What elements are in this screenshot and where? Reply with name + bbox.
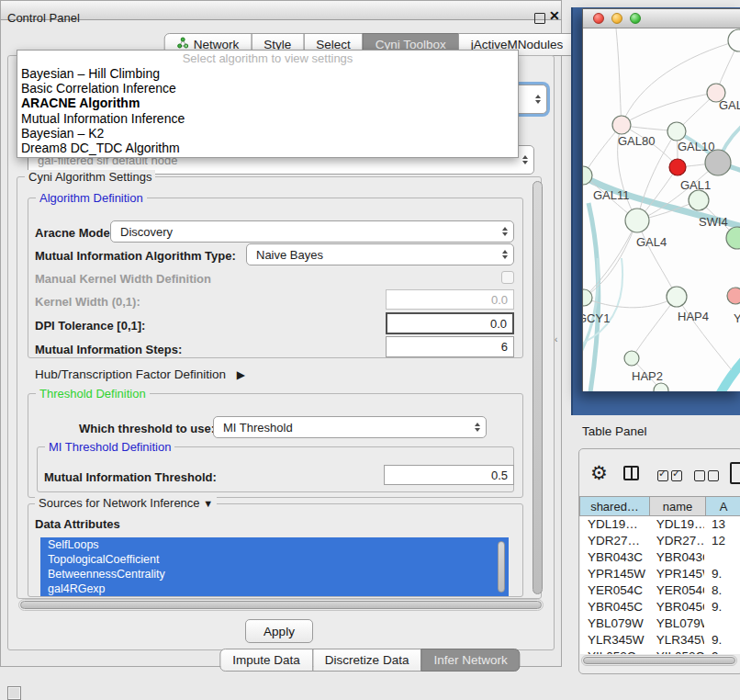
- column-header-a[interactable]: A: [705, 496, 740, 516]
- node-swi4[interactable]: [726, 227, 740, 249]
- select-all-icon[interactable]: [657, 470, 682, 481]
- table-cell[interactable]: YPR145W: [580, 566, 649, 582]
- table-row[interactable]: YIL052CYIL052C9.: [580, 649, 740, 654]
- control-panel-titlebar[interactable]: [0, 0, 562, 20]
- node-hap4[interactable]: [667, 287, 687, 307]
- node-gray[interactable]: [705, 150, 731, 175]
- network-canvas[interactable]: GALGAL80GAL10GAL1GAL11SWI4GAL4GCY1HAP4YH…: [583, 28, 740, 391]
- close-icon[interactable]: ✕: [549, 8, 560, 23]
- table-cell[interactable]: YBR045C: [580, 599, 649, 615]
- dpi-tolerance-input[interactable]: 0.0: [386, 312, 514, 334]
- table-scrollbar-thumb[interactable]: [583, 657, 735, 664]
- data-attributes-list[interactable]: SelfLoopsTopologicalCoefficientBetweenne…: [40, 537, 509, 596]
- table-cell[interactable]: YIL052C: [649, 649, 704, 654]
- aracne-mode-combo[interactable]: Discovery: [110, 220, 514, 243]
- tab-impute-data[interactable]: Impute Data: [219, 649, 313, 672]
- table-cell[interactable]: YDR27…: [649, 533, 704, 549]
- table-cell[interactable]: YBR043C: [580, 549, 649, 566]
- tab-infer-network[interactable]: Infer Network: [420, 649, 520, 672]
- node-red[interactable]: [669, 159, 686, 175]
- table-row[interactable]: YBR043CYBR043C: [580, 549, 740, 566]
- column-header-shared[interactable]: shared…: [579, 496, 650, 516]
- table-cell[interactable]: YBL079W: [649, 615, 704, 632]
- algorithm-option-bayesian-hill-climbing[interactable]: Bayesian – Hill Climbing: [17, 66, 518, 81]
- export-table-icon[interactable]: [730, 462, 740, 484]
- table-row[interactable]: YDL19…YDL19…13: [580, 516, 740, 533]
- node-top-right[interactable]: [728, 29, 740, 51]
- table-row[interactable]: YDR27…YDR27…12: [580, 533, 740, 549]
- table-row[interactable]: YLR345WYLR345W9.: [580, 632, 740, 649]
- dock-panel-icon[interactable]: [7, 686, 21, 700]
- kernel-width-input[interactable]: 0.0: [386, 289, 514, 310]
- table-cell[interactable]: YDL19…: [649, 516, 704, 533]
- table-cell[interactable]: [704, 549, 740, 566]
- table-cell[interactable]: YLR345W: [649, 632, 704, 649]
- aracne-mode-label: Aracne Mode:: [35, 226, 114, 240]
- mi-threshold-input[interactable]: 0.5: [384, 465, 514, 485]
- zoom-light[interactable]: [630, 13, 641, 24]
- hub-definition-toggle[interactable]: Hub/Transcription Factor Definition ▶: [35, 367, 245, 381]
- manual-kernel-checkbox[interactable]: [501, 271, 514, 284]
- float-window-icon[interactable]: [534, 13, 545, 24]
- mi-steps-input[interactable]: 6: [386, 336, 514, 357]
- mi-type-combo[interactable]: Naive Bayes: [246, 243, 514, 265]
- which-threshold-combo[interactable]: MI Threshold: [213, 416, 487, 438]
- table-cell[interactable]: [704, 615, 740, 632]
- table-cell[interactable]: 12: [704, 533, 740, 549]
- panel-divider-handle[interactable]: ‹: [555, 334, 557, 344]
- attribute-item-topologicalcoefficient[interactable]: TopologicalCoefficient: [40, 552, 509, 567]
- algorithm-option-aracne-algorithm[interactable]: ARACNE Algorithm: [17, 96, 518, 110]
- apply-button[interactable]: Apply: [245, 619, 313, 643]
- network-edges: [583, 28, 740, 391]
- bottom-tab-bar: Impute DataDiscretize DataInfer Network: [219, 649, 520, 672]
- attributes-list-scrollbar[interactable]: [498, 541, 505, 593]
- attribute-item-gal4rgexp[interactable]: gal4RGexp: [40, 581, 509, 596]
- network-window-titlebar[interactable]: [583, 9, 740, 28]
- node-gal80[interactable]: [612, 116, 631, 134]
- table-row[interactable]: YBR045CYBR045C9.: [580, 599, 740, 615]
- algorithm-option-mutual-information-inference[interactable]: Mutual Information Inference: [17, 111, 518, 126]
- node-gal4[interactable]: [625, 209, 649, 232]
- table-row[interactable]: YER054CYER054C8.: [580, 582, 740, 599]
- table-cell[interactable]: 9.: [704, 566, 740, 582]
- table-cell[interactable]: 9.: [704, 649, 740, 654]
- columns-icon[interactable]: [623, 466, 639, 480]
- table-row[interactable]: YPR145WYPR145W9.: [580, 566, 740, 582]
- table-cell[interactable]: YBR043C: [649, 549, 704, 566]
- algorithm-option-bayesian-k2[interactable]: Bayesian – K2: [17, 126, 518, 141]
- table-cell[interactable]: YBR045C: [649, 599, 704, 615]
- table-cell[interactable]: YDR27…: [580, 533, 649, 549]
- table-cell[interactable]: 9.: [704, 599, 740, 615]
- tab-discretize-data[interactable]: Discretize Data: [312, 649, 422, 672]
- deselect-all-icon[interactable]: [694, 470, 719, 481]
- gear-icon[interactable]: ⚙: [590, 462, 608, 484]
- table-cell[interactable]: YLR345W: [580, 632, 649, 649]
- minimize-light[interactable]: [611, 13, 622, 24]
- table-cell[interactable]: YER054C: [649, 582, 704, 599]
- table-horizontal-scrollbar[interactable]: [581, 655, 737, 666]
- close-light[interactable]: [593, 13, 604, 24]
- attribute-item-selfloops[interactable]: SelfLoops: [40, 537, 509, 552]
- horizontal-scrollbar-thumb[interactable]: [20, 601, 542, 609]
- table-row[interactable]: YBL079WYBL079W: [580, 615, 740, 632]
- node-gal1[interactable]: [689, 190, 709, 210]
- node-gcy1[interactable]: [583, 289, 592, 306]
- node-hap2[interactable]: [624, 351, 639, 366]
- table-cell[interactable]: YDL19…: [580, 516, 649, 533]
- sources-group-title[interactable]: Sources for Network Inference ▼: [35, 496, 217, 510]
- table-cell[interactable]: YBL079W: [580, 615, 649, 632]
- table-cell[interactable]: YER054C: [580, 582, 649, 599]
- settings-vertical-scrollbar[interactable]: [533, 181, 543, 594]
- algorithm-option-basic-correlation-inference[interactable]: Basic Correlation Inference: [17, 81, 518, 96]
- attribute-item-betweennesscentrality[interactable]: BetweennessCentrality: [40, 567, 509, 581]
- table-cell[interactable]: YPR145W: [649, 566, 704, 582]
- algorithm-option-dream8-dc-tdc-algorithm[interactable]: Dream8 DC_TDC Algorithm: [17, 141, 518, 155]
- node-gal10[interactable]: [667, 122, 686, 141]
- column-header-name[interactable]: name: [649, 496, 706, 516]
- table-cell[interactable]: 9.: [704, 632, 740, 649]
- table-cell[interactable]: 8.: [704, 582, 740, 599]
- node-salmon[interactable]: [727, 288, 740, 304]
- settings-horizontal-scrollbar[interactable]: [18, 599, 544, 611]
- table-cell[interactable]: YIL052C: [580, 649, 649, 654]
- table-cell[interactable]: 13: [704, 516, 740, 533]
